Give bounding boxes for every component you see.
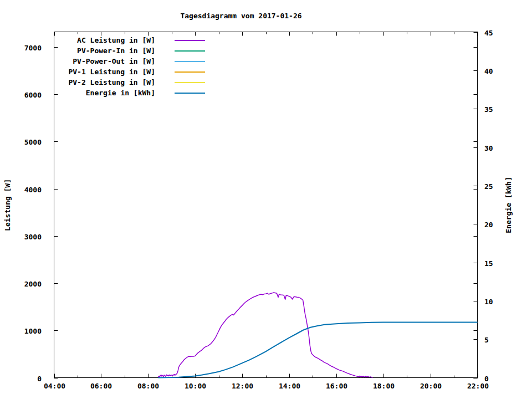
legend-label: Energie in [kWh] xyxy=(39,89,155,97)
x-tick-label: 06:00 xyxy=(90,382,112,390)
y2-tick-label: 10 xyxy=(484,298,493,306)
y1-tick-label: 2000 xyxy=(24,280,42,288)
legend-row: PV-Power-Out in [W] xyxy=(39,56,205,66)
x-tick-label: 04:00 xyxy=(44,382,65,390)
y1-tick-label: 0 xyxy=(37,375,42,383)
legend-row: Energie in [kWh] xyxy=(39,88,205,98)
legend: AC Leistung in [W]PV-Power-In in [W]PV-P… xyxy=(39,35,205,98)
y2-tick-label: 15 xyxy=(484,259,493,268)
legend-line-sample xyxy=(175,82,205,83)
y1-tick-label: 3000 xyxy=(24,233,42,241)
series-line-ac-leistung-in-w- xyxy=(158,293,373,377)
x-tick-label: 08:00 xyxy=(137,382,159,390)
legend-label: PV-Power-Out in [W] xyxy=(39,57,155,65)
x-tick-label: 16:00 xyxy=(326,382,347,390)
legend-label: AC Leistung in [W] xyxy=(39,36,155,44)
x-tick-label: 10:00 xyxy=(185,382,206,390)
x-tick-label: 14:00 xyxy=(279,382,300,390)
y1-tick-label: 4000 xyxy=(24,186,42,194)
legend-line-sample xyxy=(175,71,205,73)
chart-page: Tagesdiagramm vom 2017-01-26 Leistung [W… xyxy=(0,0,532,399)
legend-label: PV-Power-In in [W] xyxy=(39,47,155,55)
legend-row: PV-1 Leistung in [W] xyxy=(39,66,205,77)
x-tick-label: 18:00 xyxy=(373,382,395,390)
y1-tick-label: 1000 xyxy=(24,327,42,335)
y2-tick-label: 20 xyxy=(484,221,493,229)
x-tick-label: 20:00 xyxy=(420,382,442,390)
legend-label: PV-1 Leistung in [W] xyxy=(39,68,155,76)
y2-tick-label: 5 xyxy=(484,336,489,344)
y2-tick-label: 25 xyxy=(484,182,493,191)
legend-label: PV-2 Leistung in [W] xyxy=(39,78,155,86)
legend-row: PV-Power-In in [W] xyxy=(39,45,205,56)
y2-tick-label: 0 xyxy=(484,375,489,383)
legend-line-sample xyxy=(175,93,205,94)
legend-line-sample xyxy=(175,50,205,52)
y2-tick-label: 30 xyxy=(484,144,493,152)
y2-tick-label: 45 xyxy=(484,29,493,37)
legend-line-sample xyxy=(175,40,205,41)
series-line-energie-in-kwh- xyxy=(158,322,478,377)
legend-line-sample xyxy=(175,61,205,62)
legend-row: AC Leistung in [W] xyxy=(39,35,205,45)
y1-tick-label: 5000 xyxy=(24,138,42,146)
legend-row: PV-2 Leistung in [W] xyxy=(39,77,205,88)
x-tick-label: 12:00 xyxy=(232,382,253,390)
y2-tick-label: 35 xyxy=(484,105,493,114)
x-tick-label: 22:00 xyxy=(467,382,489,390)
y2-tick-label: 40 xyxy=(484,67,493,75)
